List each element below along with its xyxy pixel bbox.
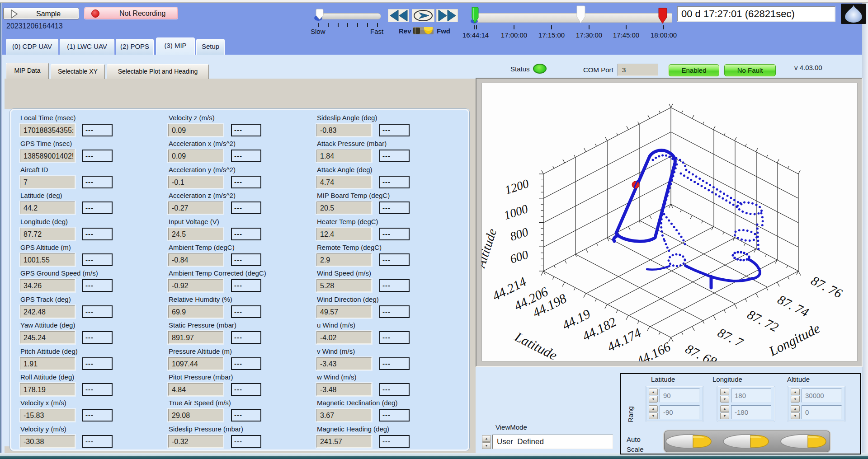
svg-text:87. 68: 87. 68	[683, 341, 719, 361]
svg-text:87. 72: 87. 72	[745, 307, 781, 334]
svg-text:87. 74: 87. 74	[775, 292, 811, 319]
svg-text:1200: 1200	[503, 177, 531, 197]
svg-text:87. 7: 87. 7	[715, 325, 746, 351]
svg-text:600: 600	[508, 248, 530, 266]
svg-text:Latitude: Latitude	[512, 329, 560, 361]
svg-text:800: 800	[508, 225, 530, 244]
svg-text:44.166: 44.166	[634, 339, 673, 361]
svg-text:1000: 1000	[502, 202, 530, 222]
svg-text:Altitude: Altitude	[481, 227, 499, 270]
svg-text:87. 76: 87. 76	[809, 273, 845, 301]
